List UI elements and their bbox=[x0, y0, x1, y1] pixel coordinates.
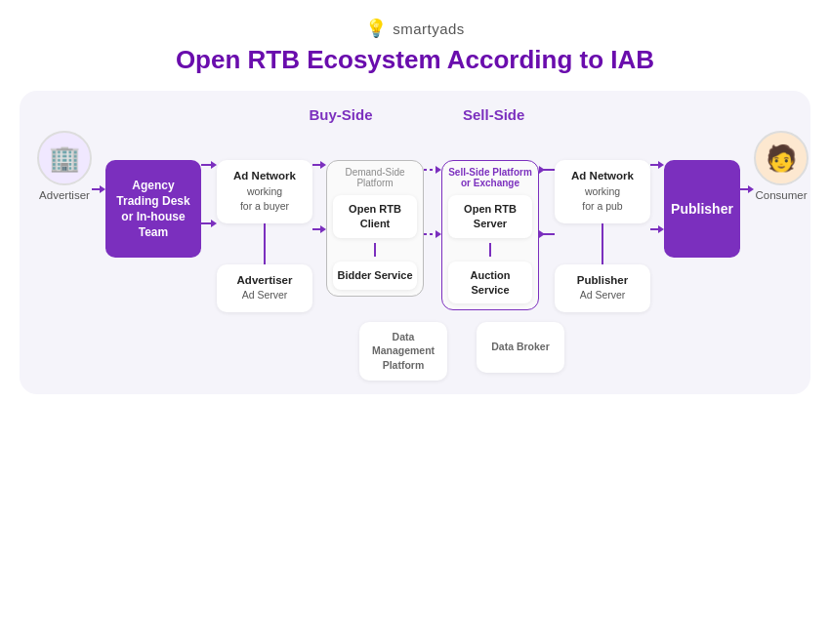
publisher-box: Publisher bbox=[664, 160, 740, 258]
buy-middle-column: Ad Network working for a buyer Advertise… bbox=[217, 160, 312, 312]
arrow-to-consumer-icon bbox=[740, 184, 754, 194]
page-title: Open RTB Ecosystem According to IAB bbox=[176, 45, 654, 75]
arrow-from-ssp-bottom-icon bbox=[539, 229, 555, 239]
open-rtb-server-box: Open RTB Server bbox=[448, 195, 532, 238]
arrows-to-publisher bbox=[650, 160, 664, 234]
arrow-pub-consumer bbox=[740, 184, 754, 194]
arrows-agency-to-buy bbox=[201, 160, 217, 228]
svg-marker-15 bbox=[539, 166, 545, 174]
publisher-ad-server-box: Publisher Ad Server bbox=[555, 264, 650, 312]
data-broker-box: Data Broker bbox=[477, 322, 564, 373]
diagram: Buy-Side Sell-Side 🏢 Advertiser bbox=[37, 106, 799, 381]
dsp-container: Demand-Side Platform Open RTB Client Bid… bbox=[326, 160, 424, 297]
logo-icon: 💡 bbox=[365, 18, 387, 39]
ad-network-sell-main: Ad Network bbox=[571, 170, 634, 181]
agency-column: Agency Trading Desk or In-house Team bbox=[105, 160, 201, 258]
advertiser-ad-server-box: Advertiser Ad Server bbox=[217, 264, 312, 312]
arrow-to-dsp-bottom-icon bbox=[312, 224, 326, 234]
svg-marker-17 bbox=[539, 230, 545, 238]
ssp-label: Sell-Side Platform or Exchange bbox=[448, 167, 532, 188]
arrow-right-icon bbox=[92, 184, 105, 194]
consumer-column: 🧑 Consumer bbox=[754, 131, 809, 201]
arrow-from-ssp-top-icon bbox=[539, 165, 555, 175]
dsp-label: Demand-Side Platform bbox=[333, 167, 417, 188]
arrow-to-adnetwork-icon bbox=[201, 160, 217, 170]
consumer-label: Consumer bbox=[755, 189, 807, 201]
buy-side-label: Buy-Side bbox=[228, 106, 453, 123]
ad-network-sell-box: Ad Network working for a pub bbox=[555, 160, 650, 223]
publisher-column: Publisher bbox=[664, 160, 740, 258]
section-headers: Buy-Side Sell-Side bbox=[37, 106, 799, 123]
diagram-main: 🏢 Advertiser Agency Trading Desk bbox=[37, 131, 799, 312]
ssp-v-connector bbox=[489, 243, 491, 257]
dotted-arrow-bottom-icon bbox=[424, 229, 441, 239]
dsp-v-connector bbox=[374, 243, 376, 257]
logo-area: 💡 smartyads bbox=[365, 18, 465, 39]
ad-network-buy-main: Ad Network bbox=[233, 170, 296, 181]
dotted-arrow-top-icon bbox=[424, 165, 441, 175]
page: 💡 smartyads Open RTB Ecosystem According… bbox=[0, 0, 830, 644]
sell-middle-column: Ad Network working for a pub Publisher A… bbox=[555, 160, 650, 312]
advertiser-avatar: 🏢 bbox=[37, 131, 92, 185]
arrow-to-adserver-icon bbox=[201, 219, 217, 228]
arrows-ssp-to-sell bbox=[539, 165, 555, 239]
publisher-ad-server-main: Publisher bbox=[577, 274, 628, 286]
data-row: Data Management Platform Data Broker bbox=[37, 322, 799, 381]
v-connector-buy bbox=[264, 223, 266, 264]
v-connector-sell bbox=[602, 223, 603, 264]
arrow-adv-agency bbox=[92, 184, 105, 194]
dmp-box: Data Management Platform bbox=[359, 322, 447, 381]
arrow-to-pub-top-icon bbox=[650, 160, 664, 170]
advertiser-label: Advertiser bbox=[39, 189, 90, 201]
advertiser-ad-server-sub: Ad Server bbox=[242, 289, 288, 301]
consumer-avatar: 🧑 bbox=[754, 131, 809, 185]
svg-marker-7 bbox=[320, 161, 326, 169]
sell-side-label: Sell-Side bbox=[453, 106, 524, 123]
diagram-container: Buy-Side Sell-Side 🏢 Advertiser bbox=[20, 91, 810, 394]
ad-network-buy-box: Ad Network working for a buyer bbox=[217, 160, 312, 223]
open-rtb-client-box: Open RTB Client bbox=[333, 195, 417, 238]
ad-network-buy-sub: working for a buyer bbox=[240, 185, 289, 213]
ad-network-sell-sub: working for a pub bbox=[582, 185, 622, 213]
advertiser-ad-server-main: Advertiser bbox=[237, 274, 293, 286]
arrow-to-pub-bottom-icon bbox=[650, 224, 664, 234]
ssp-container: Sell-Side Platform or Exchange Open RTB … bbox=[441, 160, 539, 310]
dotted-arrows bbox=[424, 165, 441, 239]
publisher-ad-server-sub: Ad Server bbox=[580, 289, 626, 301]
arrows-to-dsp bbox=[312, 160, 326, 234]
agency-box: Agency Trading Desk or In-house Team bbox=[105, 160, 201, 258]
agency-label: Agency Trading Desk or In-house Team bbox=[116, 178, 189, 241]
bidder-service-box: Bidder Service bbox=[333, 262, 417, 290]
advertiser-column: 🏢 Advertiser bbox=[37, 131, 92, 201]
auction-service-box: Auction Service bbox=[448, 262, 532, 304]
arrow-to-dsp-top-icon bbox=[312, 160, 326, 170]
logo-text: smartyads bbox=[393, 20, 465, 37]
